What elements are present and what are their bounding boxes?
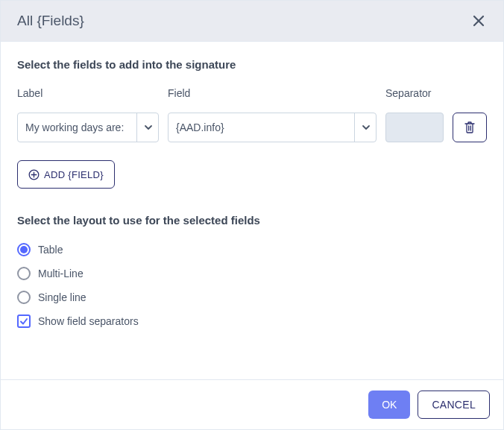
show-separators-checkbox[interactable]: Show field separators bbox=[17, 314, 487, 328]
layout-option-label: Table bbox=[38, 244, 63, 256]
dialog-title: All {Fields} bbox=[17, 13, 84, 29]
field-columns-header: Label Field Separator bbox=[17, 87, 487, 105]
field-select[interactable] bbox=[168, 113, 377, 142]
checkbox-icon bbox=[17, 314, 31, 328]
add-field-button[interactable]: ADD {FIELD} bbox=[17, 160, 115, 189]
separator-input[interactable] bbox=[385, 113, 444, 142]
all-fields-dialog: All {Fields} Select the fields to add in… bbox=[0, 0, 504, 430]
layout-section: Select the layout to use for the selecte… bbox=[17, 214, 487, 328]
radio-icon bbox=[17, 243, 31, 256]
chevron-down-icon[interactable] bbox=[354, 113, 377, 142]
dialog-header: All {Fields} bbox=[1, 1, 503, 42]
layout-option-table[interactable]: Table bbox=[17, 243, 487, 256]
add-field-label: ADD {FIELD} bbox=[44, 169, 104, 180]
chevron-down-icon[interactable] bbox=[136, 113, 159, 142]
layout-section-heading: Select the layout to use for the selecte… bbox=[17, 214, 487, 227]
layout-option-multi-line[interactable]: Multi-Line bbox=[17, 267, 487, 280]
field-input[interactable] bbox=[168, 113, 377, 142]
plus-circle-icon bbox=[28, 169, 40, 180]
show-separators-label: Show field separators bbox=[38, 315, 139, 327]
radio-icon bbox=[17, 291, 31, 304]
dialog-footer: OK CANCEL bbox=[1, 379, 503, 429]
layout-option-single-line[interactable]: Single line bbox=[17, 291, 487, 304]
column-header-separator: Separator bbox=[385, 87, 444, 99]
delete-row-button[interactable] bbox=[453, 113, 487, 142]
radio-icon bbox=[17, 267, 31, 280]
dialog-body: Select the fields to add into the signat… bbox=[1, 42, 503, 379]
ok-button[interactable]: OK bbox=[368, 391, 410, 419]
column-header-label: Label bbox=[17, 87, 159, 99]
column-header-field: Field bbox=[168, 87, 377, 99]
layout-option-label: Multi-Line bbox=[38, 268, 84, 279]
cancel-button[interactable]: CANCEL bbox=[418, 391, 490, 419]
trash-icon bbox=[464, 121, 476, 134]
label-select[interactable] bbox=[17, 113, 159, 142]
close-icon[interactable] bbox=[470, 14, 487, 28]
fields-section-heading: Select the fields to add into the signat… bbox=[17, 58, 487, 71]
field-row bbox=[17, 113, 487, 142]
layout-option-label: Single line bbox=[38, 291, 86, 303]
layout-radio-group: Table Multi-Line Single line Show field … bbox=[17, 243, 487, 328]
